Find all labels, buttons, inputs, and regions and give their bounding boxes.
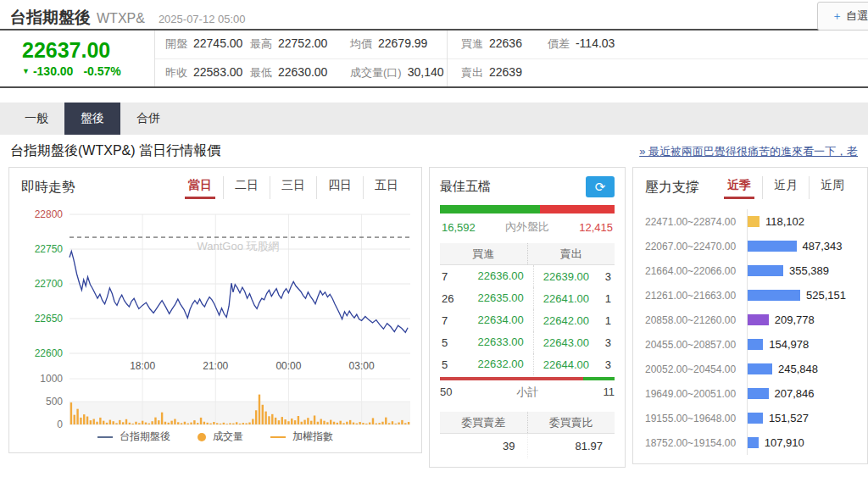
quote-timestamp: 2025-07-12 05:00 xyxy=(159,13,246,25)
open-interest-distribution: 22471.00~22874.00118,10222067.00~22470.0… xyxy=(645,209,855,455)
oi-bar-track: 207,846 xyxy=(747,381,855,406)
subtotal-ratio-bar xyxy=(440,377,615,380)
sell-column-header: 賣出 xyxy=(527,243,615,264)
refresh-icon: ⟳ xyxy=(595,180,606,194)
bid-label: 買進 xyxy=(461,36,483,52)
pressure-row: 22471.00~22874.00118,102 xyxy=(645,209,855,234)
order-stats: 委買賣差 委買賣比 39 81.97 xyxy=(440,412,615,458)
oi-bar-track: 154,978 xyxy=(747,332,855,357)
oi-bar-track: 209,778 xyxy=(747,308,855,332)
high-value: 22752.00 xyxy=(278,36,327,50)
outer-volume: 12,415 xyxy=(579,221,613,234)
chart-legend: 台指期盤後 成交量 加權指數 xyxy=(21,430,409,447)
oi-bar xyxy=(748,339,763,350)
pressure-support-title: 壓力支撐 xyxy=(645,179,699,197)
oi-value: 107,910 xyxy=(765,436,804,449)
ask-volume: 1 xyxy=(605,314,615,327)
oi-bar xyxy=(748,314,769,325)
bid-price: 22634.00 xyxy=(465,309,534,331)
ask-volume: 3 xyxy=(605,270,615,283)
ask-label: 賣出 xyxy=(461,65,483,80)
price-axis-tick: 22600 xyxy=(35,347,64,359)
bid-volume: 26 xyxy=(440,292,465,305)
oi-bar xyxy=(748,413,763,424)
sell-subtotal: 11 xyxy=(604,385,615,398)
chart-title: 即時走勢 xyxy=(21,179,75,197)
volume-axis-tick: 0 xyxy=(57,419,63,430)
oi-bar xyxy=(748,363,772,374)
period-tab-1d[interactable]: 當日 xyxy=(177,176,223,199)
range-tab-quarter[interactable]: 近季 xyxy=(716,176,762,199)
ask-price: 22643.00 xyxy=(534,336,605,349)
oi-value: 207,846 xyxy=(775,387,815,400)
oi-bar-track: 525,151 xyxy=(747,283,855,308)
order-book-row: 2622635.0022641.001 xyxy=(440,287,615,309)
time-axis-tick: 00:00 xyxy=(275,360,301,372)
pressure-row: 19649.00~20051.00207,846 xyxy=(645,381,855,406)
price-axis-tick: 22650 xyxy=(35,313,64,324)
oi-value: 525,151 xyxy=(806,289,846,302)
add-watchlist-button[interactable]: ＋自選股 xyxy=(817,2,868,30)
intraday-chart-panel: 即時走勢 當日 二日 三日 四日 五日 22800227502270022650… xyxy=(8,167,422,453)
open-label: 開盤 xyxy=(165,36,187,52)
oi-value: 245,848 xyxy=(778,363,818,375)
order-book-row: 722634.0022642.001 xyxy=(440,309,615,331)
tab-regular[interactable]: 一般 xyxy=(8,103,64,135)
last-price: 22637.00 xyxy=(22,39,154,61)
legend-volume-label: 成交量 xyxy=(213,430,243,444)
inner-volume: 16,592 xyxy=(442,221,476,234)
bid-ask-diff-value: 39 xyxy=(440,434,527,458)
ask-price: 22641.00 xyxy=(534,292,605,305)
period-tab-3d[interactable]: 三日 xyxy=(270,176,316,199)
price-axis-tick: 22800 xyxy=(35,208,64,220)
promo-link[interactable]: » 最近被兩面巴覺得很痛苦的進來看一下，老 xyxy=(639,144,858,159)
price-line-swatch-icon xyxy=(97,436,113,438)
bid-value: 22636 xyxy=(489,36,522,50)
volume-label: 成交量(口) xyxy=(350,65,402,80)
refresh-button[interactable]: ⟳ xyxy=(586,176,615,197)
bid-price: 22632.00 xyxy=(465,353,534,375)
order-book-row: 522633.0022643.003 xyxy=(440,331,615,353)
oi-bar xyxy=(748,290,800,301)
pressure-period-tabs: 近季 近月 近周 xyxy=(716,176,855,199)
quote-fields-row1: 開盤22745.00 最高22752.00 均價22679.99 xyxy=(155,30,447,58)
oi-bar-track: 151,527 xyxy=(747,406,855,430)
period-tab-5d[interactable]: 五日 xyxy=(363,176,409,199)
bid-ask-diff-label: 委買賣差 xyxy=(440,412,527,433)
bid-ask-block: 買進22636 價差-114.03 賣出22639 xyxy=(448,30,868,86)
order-book-row: 722636.0022639.003 xyxy=(440,265,615,287)
oi-bar xyxy=(748,265,783,276)
outer-ratio-bar xyxy=(540,205,615,214)
price-range-label: 22471.00~22874.00 xyxy=(645,216,747,228)
time-axis-tick: 18:00 xyxy=(130,360,155,372)
sell-subtotal-bar xyxy=(583,377,615,380)
pressure-row: 21261.00~21663.00525,151 xyxy=(645,283,855,308)
intraday-chart: 22800227502270022650226001000500018:0021… xyxy=(21,202,411,430)
price-range-label: 21261.00~21663.00 xyxy=(645,290,747,302)
tab-combined[interactable]: 合併 xyxy=(120,103,176,135)
spread-label: 價差 xyxy=(548,36,570,52)
period-tab-2d[interactable]: 二日 xyxy=(223,176,270,199)
oi-bar xyxy=(748,437,759,448)
period-tab-4d[interactable]: 四日 xyxy=(316,176,363,199)
price-change: -130.00 xyxy=(33,64,73,78)
page-header: 台指期盤後 WTXP& 2025-07-12 05:00 ＋自選股 xyxy=(0,0,868,29)
price-range-label: 19155.00~19648.00 xyxy=(645,413,747,424)
pressure-row: 18752.00~19154.00107,910 xyxy=(645,430,855,455)
quote-summary: 22637.00 ▼ -130.00 -0.57% 開盤22745.00 最高2… xyxy=(0,29,868,88)
legend-index-label: 加權指數 xyxy=(292,430,333,444)
range-tab-week[interactable]: 近周 xyxy=(809,176,855,199)
avg-price-label: 均價 xyxy=(350,36,372,52)
ask-price: 22639.00 xyxy=(534,270,605,283)
oi-bar-track: 355,389 xyxy=(747,258,855,283)
pressure-row: 21664.00~22066.00355,389 xyxy=(645,258,855,283)
bid-price: 22636.00 xyxy=(465,265,534,287)
instrument-symbol: WTXP& xyxy=(97,11,145,26)
oi-value: 151,527 xyxy=(769,412,809,424)
down-triangle-icon: ▼ xyxy=(22,67,30,75)
range-tab-month[interactable]: 近月 xyxy=(762,176,809,199)
tab-after-hours[interactable]: 盤後 xyxy=(64,103,120,135)
index-line-swatch-icon xyxy=(270,436,286,438)
inner-ratio-bar xyxy=(440,205,540,214)
ask-price: 22644.00 xyxy=(534,358,605,371)
